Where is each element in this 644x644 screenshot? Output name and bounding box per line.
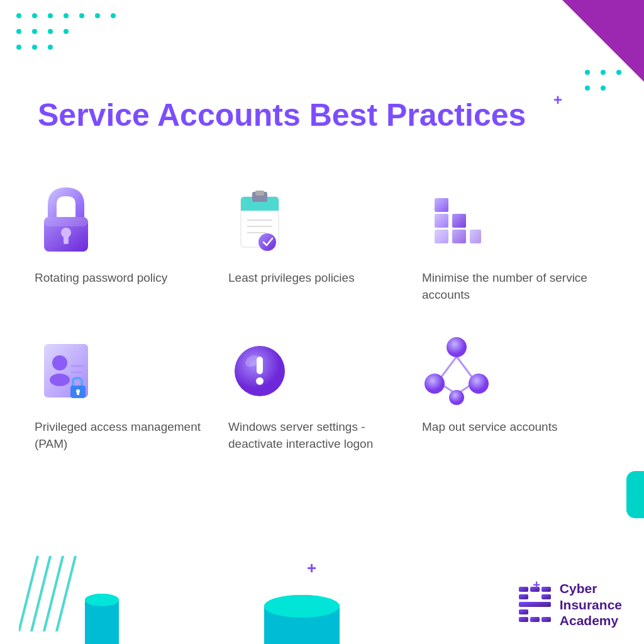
card-windows-server: Windows server settings - deactivate int… [228, 335, 416, 452]
svg-rect-77 [530, 617, 540, 622]
card-label-minimise-accounts: Minimise the number of service accounts [422, 270, 609, 303]
svg-rect-35 [452, 230, 466, 243]
card-label-windows-server: Windows server settings - deactivate int… [228, 419, 416, 452]
svg-rect-75 [519, 609, 528, 614]
svg-rect-73 [541, 594, 551, 599]
svg-rect-25 [241, 204, 279, 211]
card-rotating-password: Rotating password policy [35, 186, 222, 303]
dots-top-right [581, 66, 631, 97]
svg-point-0 [16, 13, 21, 18]
card-pam: Privileged access management (PAM) [35, 335, 222, 452]
svg-rect-64 [85, 600, 119, 644]
svg-point-9 [48, 29, 53, 34]
svg-rect-32 [435, 230, 448, 243]
svg-point-5 [95, 13, 100, 18]
plus-title: + [553, 91, 562, 109]
dots-top-left [6, 6, 132, 57]
logo-text-line2: Insurance [560, 597, 622, 613]
svg-point-15 [601, 70, 606, 75]
svg-rect-74 [519, 602, 551, 607]
deco-cylinder-left [85, 587, 119, 644]
svg-point-68 [264, 595, 340, 618]
card-minimise-accounts: Minimise the number of service accounts [422, 186, 609, 303]
network-icon [422, 335, 491, 410]
svg-rect-72 [519, 594, 528, 599]
svg-rect-76 [519, 617, 528, 622]
svg-rect-21 [64, 235, 69, 244]
svg-rect-34 [435, 198, 448, 212]
svg-rect-78 [541, 617, 551, 622]
svg-point-1 [32, 13, 37, 18]
card-label-least-privileges: Least privileges policies [228, 270, 355, 287]
lock-icon [35, 186, 104, 261]
svg-point-56 [425, 374, 445, 394]
logo-text: Cyber Insurance Academy [560, 580, 622, 628]
svg-rect-37 [470, 230, 481, 243]
svg-point-58 [449, 390, 464, 405]
svg-point-31 [258, 233, 276, 251]
alert-circle-icon [228, 335, 297, 410]
svg-point-4 [79, 13, 84, 18]
svg-point-14 [585, 70, 590, 75]
svg-point-12 [32, 45, 37, 50]
svg-point-2 [48, 13, 53, 18]
plus-bottom-center: + [307, 558, 316, 578]
clipboard-icon [228, 186, 297, 261]
cards-grid: Rotating password policy [35, 186, 609, 452]
svg-point-13 [48, 45, 53, 50]
logo-text-line1: Cyber [560, 580, 622, 596]
svg-rect-27 [255, 191, 264, 196]
svg-point-10 [64, 29, 69, 34]
svg-point-50 [256, 377, 264, 385]
svg-point-8 [32, 29, 37, 34]
plus-logo: + [533, 578, 540, 592]
blocks-icon [422, 186, 491, 261]
svg-rect-36 [452, 214, 466, 228]
svg-point-11 [16, 45, 21, 50]
id-lock-icon [35, 335, 104, 410]
logo-text-line3: Academy [560, 613, 622, 628]
svg-point-65 [85, 594, 119, 606]
svg-point-6 [111, 13, 116, 18]
svg-point-3 [64, 13, 69, 18]
svg-point-39 [52, 355, 67, 370]
card-map-accounts: Map out service accounts [422, 335, 609, 452]
card-least-privileges: Least privileges policies [228, 186, 416, 303]
deco-diagonal-lines [19, 556, 82, 631]
card-label-map-accounts: Map out service accounts [422, 419, 557, 436]
svg-rect-49 [257, 357, 263, 374]
svg-point-18 [601, 86, 606, 91]
svg-rect-46 [77, 391, 79, 395]
svg-rect-22 [44, 217, 88, 226]
svg-rect-71 [541, 587, 551, 592]
svg-rect-33 [435, 214, 448, 228]
svg-point-17 [585, 86, 590, 91]
card-label-pam: Privileged access management (PAM) [35, 419, 222, 452]
card-label-rotating-password: Rotating password policy [35, 270, 167, 287]
svg-point-57 [469, 374, 489, 394]
svg-point-7 [16, 29, 21, 34]
svg-point-40 [50, 374, 70, 386]
svg-rect-69 [519, 587, 528, 592]
deco-cylinder-center [264, 594, 340, 644]
svg-point-55 [447, 337, 467, 357]
svg-point-16 [616, 70, 621, 75]
page-title: Service Accounts Best Practices [38, 97, 543, 134]
deco-teal-pill [626, 471, 644, 518]
